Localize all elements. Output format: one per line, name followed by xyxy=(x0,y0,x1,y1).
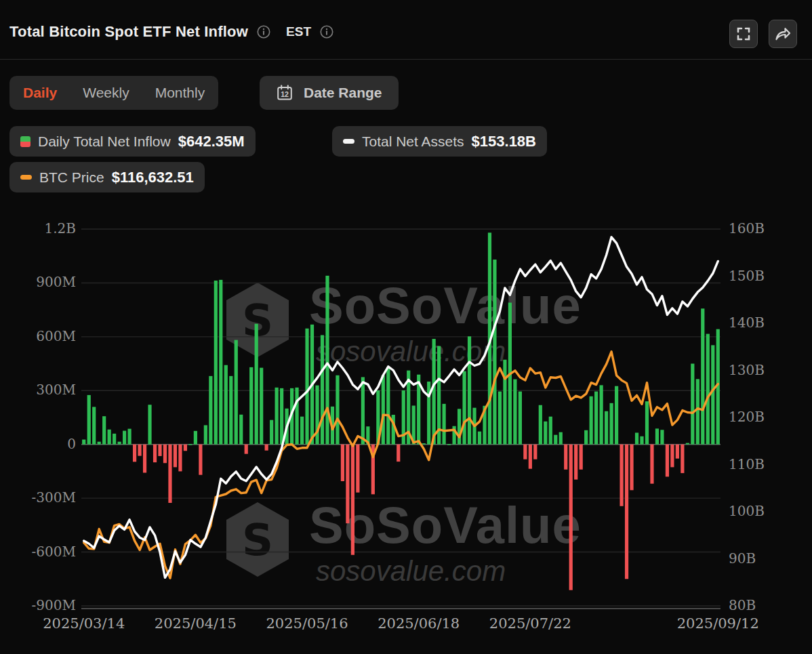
net-inflow-bar[interactable] xyxy=(696,379,699,444)
net-inflow-bar[interactable] xyxy=(650,445,653,484)
net-inflow-bar[interactable] xyxy=(666,445,669,477)
chart-area[interactable]: S SoSoValue sosovalue.com S SoSoValue so… xyxy=(0,0,812,654)
net-inflow-bar[interactable] xyxy=(681,445,684,473)
net-inflow-bar[interactable] xyxy=(609,403,613,445)
net-inflow-bar[interactable] xyxy=(519,392,522,445)
net-inflow-bar[interactable] xyxy=(118,442,121,445)
net-inflow-bar[interactable] xyxy=(275,388,279,445)
net-inflow-bar[interactable] xyxy=(605,411,608,445)
net-inflow-bar[interactable] xyxy=(386,367,390,445)
net-inflow-bar[interactable] xyxy=(163,445,167,464)
net-inflow-bar[interactable] xyxy=(356,445,359,493)
net-inflow-bar[interactable] xyxy=(209,376,212,445)
net-inflow-bar[interactable] xyxy=(564,445,567,470)
net-inflow-bar[interactable] xyxy=(224,365,228,445)
net-inflow-bar[interactable] xyxy=(432,339,436,445)
net-inflow-bar[interactable] xyxy=(82,440,85,445)
net-inflow-bar[interactable] xyxy=(625,445,628,579)
net-inflow-bar[interactable] xyxy=(580,445,583,470)
net-inflow-bar[interactable] xyxy=(188,444,192,445)
net-inflow-bar[interactable] xyxy=(630,445,633,491)
net-inflow-bar[interactable] xyxy=(315,386,319,445)
net-inflow-bar[interactable] xyxy=(336,375,339,445)
net-inflow-bar[interactable] xyxy=(549,417,552,445)
net-inflow-bar[interactable] xyxy=(645,401,649,445)
net-inflow-bar[interactable] xyxy=(321,335,324,444)
net-inflow-bar[interactable] xyxy=(655,428,659,444)
net-inflow-bar[interactable] xyxy=(98,442,101,445)
net-inflow-bar[interactable] xyxy=(184,445,187,451)
net-inflow-bar[interactable] xyxy=(503,360,506,445)
net-inflow-bar[interactable] xyxy=(270,420,273,445)
net-inflow-bar[interactable] xyxy=(594,392,598,445)
net-inflow-bar[interactable] xyxy=(635,433,638,445)
net-inflow-bar[interactable] xyxy=(87,395,91,445)
net-inflow-bar[interactable] xyxy=(113,434,116,445)
net-inflow-bar[interactable] xyxy=(229,376,232,445)
net-inflow-bar[interactable] xyxy=(204,425,207,444)
net-inflow-bar[interactable] xyxy=(706,334,710,445)
net-inflow-bar[interactable] xyxy=(239,415,243,445)
net-inflow-bar[interactable] xyxy=(280,388,283,445)
net-inflow-bar[interactable] xyxy=(346,445,349,523)
net-inflow-bar[interactable] xyxy=(620,445,623,506)
net-inflow-bar[interactable] xyxy=(174,445,177,468)
net-inflow-bar[interactable] xyxy=(478,432,481,445)
net-inflow-bar[interactable] xyxy=(265,445,268,451)
net-inflow-bar[interactable] xyxy=(158,445,161,456)
net-inflow-bar[interactable] xyxy=(640,436,643,445)
net-inflow-bar[interactable] xyxy=(670,445,674,468)
net-inflow-bar[interactable] xyxy=(260,368,263,445)
net-inflow-bar[interactable] xyxy=(529,445,532,469)
net-inflow-bar[interactable] xyxy=(245,445,248,454)
net-inflow-bar[interactable] xyxy=(148,405,151,445)
net-inflow-bar[interactable] xyxy=(325,276,329,445)
net-inflow-bar[interactable] xyxy=(711,345,714,444)
net-inflow-bar[interactable] xyxy=(498,392,502,445)
net-inflow-bar[interactable] xyxy=(199,445,202,475)
net-inflow-bar[interactable] xyxy=(574,445,577,480)
net-inflow-bar[interactable] xyxy=(462,371,466,445)
net-inflow-bar[interactable] xyxy=(102,416,106,445)
net-inflow-bar[interactable] xyxy=(123,431,126,445)
net-inflow-bar[interactable] xyxy=(523,445,527,459)
net-inflow-bar[interactable] xyxy=(422,443,426,445)
net-inflow-bar[interactable] xyxy=(554,435,557,445)
net-inflow-bar[interactable] xyxy=(214,281,218,445)
net-inflow-bar[interactable] xyxy=(533,445,537,459)
net-inflow-bar[interactable] xyxy=(615,386,618,445)
net-inflow-bar[interactable] xyxy=(255,324,258,445)
net-inflow-bar[interactable] xyxy=(305,329,308,445)
net-inflow-bar[interactable] xyxy=(178,445,182,472)
net-inflow-bar[interactable] xyxy=(153,445,157,462)
net-inflow-bar[interactable] xyxy=(584,430,588,445)
net-inflow-bar[interactable] xyxy=(468,336,471,444)
net-inflow-bar[interactable] xyxy=(361,377,365,444)
net-inflow-bar[interactable] xyxy=(676,445,679,459)
net-inflow-bar[interactable] xyxy=(108,430,111,445)
net-inflow-bar[interactable] xyxy=(397,445,400,462)
net-inflow-bar[interactable] xyxy=(447,444,451,445)
net-inflow-bar[interactable] xyxy=(544,422,547,445)
net-inflow-bar[interactable] xyxy=(513,380,516,445)
net-inflow-bar[interactable] xyxy=(168,445,171,503)
net-inflow-bar[interactable] xyxy=(133,445,136,462)
net-inflow-bar[interactable] xyxy=(300,417,304,445)
net-inflow-bar[interactable] xyxy=(569,445,573,590)
net-inflow-bar[interactable] xyxy=(138,445,141,456)
net-inflow-bar[interactable] xyxy=(686,443,689,445)
net-inflow-bar[interactable] xyxy=(539,405,542,445)
net-inflow-bar[interactable] xyxy=(92,407,96,444)
net-assets-line[interactable] xyxy=(84,237,718,578)
net-inflow-bar[interactable] xyxy=(194,431,197,445)
net-inflow-bar[interactable] xyxy=(249,367,253,445)
chart-canvas[interactable] xyxy=(0,0,812,654)
net-inflow-bar[interactable] xyxy=(443,404,446,445)
net-inflow-bar[interactable] xyxy=(341,445,344,481)
net-inflow-bar[interactable] xyxy=(493,260,496,445)
net-inflow-bar[interactable] xyxy=(351,445,354,555)
net-inflow-bar[interactable] xyxy=(127,429,131,445)
net-inflow-bar[interactable] xyxy=(691,364,694,445)
net-inflow-bar[interactable] xyxy=(143,445,146,473)
net-inflow-bar[interactable] xyxy=(382,375,385,445)
